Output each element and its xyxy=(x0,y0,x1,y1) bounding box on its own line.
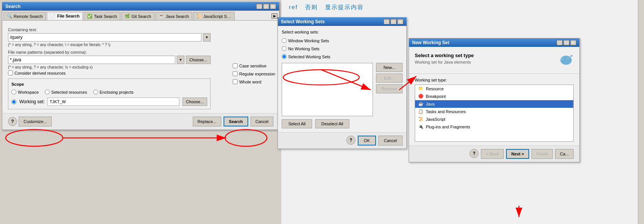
ws-selected-radio[interactable] xyxy=(282,54,287,59)
nws-back-button[interactable]: < Back xyxy=(481,149,504,159)
file-patterns-dropdown[interactable]: ▼ xyxy=(177,56,184,64)
nws-heading: Select a working set type xyxy=(415,53,474,58)
minimize-button[interactable]: _ xyxy=(256,4,262,9)
nws-cancel-button[interactable]: Ca... xyxy=(555,149,574,159)
scope-selected-row: Selected resources xyxy=(45,90,87,94)
regular-expression-label: Regular expression xyxy=(239,72,275,76)
nws-dialog-title: New Working Set xyxy=(412,40,449,45)
case-sensitive-label: Case sensitive xyxy=(239,64,266,68)
consider-derived-checkbox[interactable] xyxy=(8,70,13,75)
titlebar-buttons: _ □ ✕ xyxy=(256,4,276,9)
regular-expression-checkbox[interactable] xyxy=(233,71,238,76)
new-working-set-dialog: New Working Set _ □ ✕ Select a working s… xyxy=(409,38,580,162)
nws-body: Working set type: 📁 Resource 🔴 Breakpoin… xyxy=(409,74,579,146)
nws-type-plugins[interactable]: 🔌 Plug-ins and Fragments xyxy=(415,123,573,131)
nws-type-javascript[interactable]: 📜 JavaScript xyxy=(415,115,573,123)
scope-title: Scope xyxy=(11,82,207,86)
search-button[interactable]: Search xyxy=(224,117,248,126)
nws-minimize-button[interactable]: _ xyxy=(557,40,563,45)
replace-button[interactable]: Replace... xyxy=(193,117,222,126)
nws-type-tasks[interactable]: 📋 Tasks and Resources xyxy=(415,108,573,115)
containing-text-input[interactable] xyxy=(8,33,201,42)
tab-remote-search[interactable]: 🔍 Remote Search xyxy=(3,12,46,20)
scope-working-set-label: Working set: xyxy=(19,99,44,104)
ws-window-radio[interactable] xyxy=(282,38,287,43)
ws-bottom-buttons: Select All Deselect All xyxy=(282,119,403,128)
scope-workspace-label: Workspace xyxy=(18,90,39,94)
ws-edit-button[interactable]: Edit... xyxy=(376,74,403,83)
containing-text-dropdown[interactable]: ▼ xyxy=(203,33,211,42)
ws-list-area: New... Edit... Remove xyxy=(282,63,403,116)
nws-next-button[interactable]: Next > xyxy=(506,149,529,159)
nws-finish-button[interactable]: Finish xyxy=(531,149,552,159)
ws-cancel-button[interactable]: Cancel xyxy=(378,136,403,146)
ws-close-button[interactable]: ✕ xyxy=(397,19,403,24)
scope-enclosing-label: Enclosing projects xyxy=(100,90,133,94)
ws-dialog-titlebar: Select Working Sets _ □ ✕ xyxy=(278,18,406,26)
maximize-button[interactable]: □ xyxy=(263,4,269,9)
scope-workspace-radio[interactable] xyxy=(11,90,16,94)
scope-enclosing-radio[interactable] xyxy=(93,90,98,94)
options-panel: Case sensitive Regular expression Whole … xyxy=(233,62,275,85)
ws-remove-button[interactable]: Remove xyxy=(376,84,403,93)
containing-text-label: Containing text: xyxy=(8,27,211,32)
nws-type-java[interactable]: ☕ Java xyxy=(415,100,573,108)
tab-git-search[interactable]: 🌿 Git Search xyxy=(121,12,155,20)
close-button[interactable]: ✕ xyxy=(270,4,276,9)
working-set-input[interactable] xyxy=(48,98,179,106)
scope-selected-label: Selected resources xyxy=(51,90,87,94)
nws-type-list: 📁 Resource 🔴 Breakpoint ☕ Java 📋 Tasks a… xyxy=(415,85,574,142)
ws-titlebar-buttons: _ □ ✕ xyxy=(384,19,403,24)
tab-task-search[interactable]: ✅ Task Search xyxy=(84,12,121,20)
file-patterns-label: File name patterns (separated by comma): xyxy=(8,50,211,54)
ws-maximize-button[interactable]: □ xyxy=(390,19,397,24)
file-search-icon: 📄 xyxy=(50,13,56,19)
whole-word-row: Whole word xyxy=(233,79,275,84)
scope-enclosing-row: Enclosing projects xyxy=(93,90,133,94)
file-patterns-row: ▼ Choose... xyxy=(8,56,211,64)
file-patterns-input[interactable] xyxy=(8,56,175,64)
file-patterns-choose-button[interactable]: Choose... xyxy=(186,56,211,64)
scope-selected-radio[interactable] xyxy=(45,90,50,94)
ws-ok-button[interactable]: OK xyxy=(358,136,376,146)
containing-text-hint: (* = any string, ? = any character, \ = … xyxy=(8,43,211,47)
working-sets-dialog: Select Working Sets _ □ ✕ Select working… xyxy=(278,17,407,149)
svg-point-5 xyxy=(225,130,267,146)
scope-working-set-radio[interactable] xyxy=(11,99,16,104)
cancel-button[interactable]: Cancel xyxy=(251,117,273,126)
nws-titlebar-buttons: _ □ ✕ xyxy=(557,40,576,45)
nws-type-breakpoint[interactable]: 🔴 Breakpoint xyxy=(415,93,573,100)
whole-word-checkbox[interactable] xyxy=(233,79,238,84)
nws-help-button[interactable]: ? xyxy=(470,149,479,158)
working-set-choose-button[interactable]: Choose... xyxy=(182,98,207,106)
nws-type-resource[interactable]: 📁 Resource xyxy=(415,85,573,93)
tab-file-search[interactable]: 📄 File Search xyxy=(47,12,83,20)
scrollbar[interactable] xyxy=(638,0,644,224)
ws-none-radio[interactable] xyxy=(282,46,287,51)
consider-derived-label: Consider derived resources xyxy=(14,71,66,75)
ws-new-button[interactable]: New... xyxy=(376,63,403,72)
search-dialog-body: Containing text: ▼ (* = any string, ? = … xyxy=(2,21,279,113)
file-patterns-hint: (* = any string, ? = any character, !x =… xyxy=(8,65,211,69)
ws-action-buttons: New... Edit... Remove xyxy=(376,63,403,116)
case-sensitive-checkbox[interactable] xyxy=(233,63,238,68)
ws-minimize-button[interactable]: _ xyxy=(384,19,390,24)
case-sensitive-row: Case sensitive xyxy=(233,63,275,68)
tab-javascript-search[interactable]: 📜 JavaScript S… xyxy=(193,12,235,20)
whole-word-label: Whole word xyxy=(239,80,261,84)
help-button[interactable]: ? xyxy=(8,117,17,126)
search-dialog-footer: ? Customize... Replace... Search Cancel xyxy=(2,113,279,130)
consider-derived-row: Consider derived resources xyxy=(8,70,211,75)
tab-menu-button[interactable]: ▶ xyxy=(271,13,278,19)
tab-java-search[interactable]: ☕ Java Search xyxy=(155,12,192,20)
ws-deselect-all-button[interactable]: Deselect All xyxy=(315,119,349,128)
ws-select-all-button[interactable]: Select All xyxy=(282,119,312,128)
ws-help-button[interactable]: ? xyxy=(346,136,355,145)
search-dialog-titlebar: Search _ □ ✕ xyxy=(2,2,279,11)
ws-list[interactable] xyxy=(282,63,373,116)
customize-button[interactable]: Customize... xyxy=(19,117,52,126)
nws-maximize-button[interactable]: □ xyxy=(563,40,569,45)
javascript-icon: 📜 xyxy=(418,117,424,122)
nws-close-button[interactable]: ✕ xyxy=(570,40,576,45)
ws-dialog-footer: ? OK Cancel xyxy=(278,132,406,149)
